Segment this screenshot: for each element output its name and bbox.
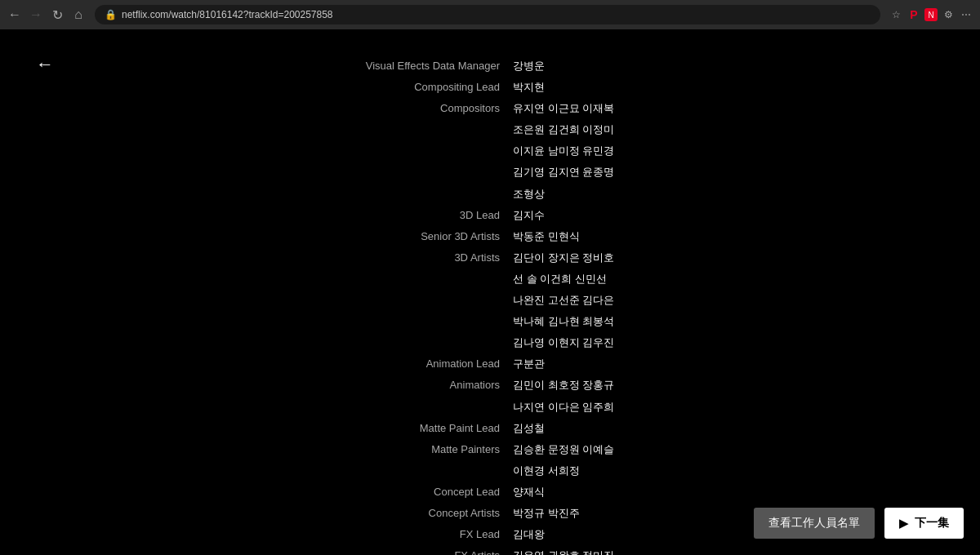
table-row: Compositors유지연 이근묘 이재복 xyxy=(366,100,615,118)
table-row: 3D Lead김지수 xyxy=(366,206,615,224)
credit-role: FX Lead xyxy=(366,526,513,544)
ext-icon-2[interactable]: ⚙ xyxy=(941,7,956,22)
credit-role: Senior 3D Artists xyxy=(366,228,513,246)
credit-names: 김성철 xyxy=(513,420,614,437)
credit-role xyxy=(366,291,513,309)
credit-names: 강병운 xyxy=(513,57,614,75)
table-row: 나완진 고선준 김다은 xyxy=(366,291,615,309)
credit-names: 박지현 xyxy=(513,78,614,96)
table-row: 김나영 이현지 김우진 xyxy=(366,334,615,352)
credit-role xyxy=(366,270,513,288)
table-row: 조은원 김건희 이정미 xyxy=(366,121,615,139)
credit-names: 김기영 김지연 윤종명 xyxy=(513,163,614,181)
lock-icon: 🔒 xyxy=(105,9,117,20)
credit-role: Matte Paint Lead xyxy=(366,420,513,437)
credit-role xyxy=(366,398,513,416)
table-row: Animatiors김민이 최호정 장홍규 xyxy=(366,376,615,394)
credits-table: Visual Effects Data Manager강병운Compositin… xyxy=(366,54,615,555)
credit-role: Compositors xyxy=(366,100,513,118)
table-row: 이지윤 남미정 유민경 xyxy=(366,142,615,160)
table-row: Concept Artists박정규 박진주 xyxy=(366,504,615,522)
credit-role: Visual Effects Data Manager xyxy=(366,57,513,75)
credit-names: 나완진 고선준 김다은 xyxy=(513,291,614,309)
credit-role: Animatiors xyxy=(366,376,513,394)
browser-chrome: ← → ↻ ⌂ 🔒 netflix.com/watch/81016142?tra… xyxy=(0,0,980,29)
credit-names: 조은원 김건희 이정미 xyxy=(513,121,614,139)
address-bar[interactable]: 🔒 netflix.com/watch/81016142?trackId=200… xyxy=(95,5,880,24)
credit-names: 김단이 장지은 정비호 xyxy=(513,249,614,267)
table-row: FX Lead김대왕 xyxy=(366,526,615,544)
credit-names: 나지연 이다은 임주희 xyxy=(513,398,614,416)
credit-names: 김나영 이현지 김우진 xyxy=(513,334,614,352)
credit-role xyxy=(366,185,513,203)
play-icon: ▶ xyxy=(899,517,908,530)
credit-role xyxy=(366,142,513,160)
credit-role: 3D Artists xyxy=(366,249,513,267)
table-row: 나지연 이다은 임주희 xyxy=(366,398,615,416)
table-row: 김기영 김지연 윤종명 xyxy=(366,163,615,181)
credit-names: 선 솔 이건희 신민선 xyxy=(513,270,614,288)
credits-section: Visual Effects Data Manager강병운Compositin… xyxy=(0,29,980,555)
next-episode-label: 下一集 xyxy=(915,516,949,531)
credit-role: Matte Painters xyxy=(366,441,513,459)
credit-names: 박동준 민현식 xyxy=(513,228,614,246)
table-row: 이현경 서희정 xyxy=(366,462,615,480)
url-text: netflix.com/watch/81016142?trackId=20025… xyxy=(122,9,333,20)
table-row: 3D Artists김단이 장지은 정비호 xyxy=(366,249,615,267)
table-row: Senior 3D Artists박동준 민현식 xyxy=(366,228,615,246)
table-row: Concept Lead양재식 xyxy=(366,483,615,501)
credit-names: 김지수 xyxy=(513,206,614,224)
credit-role: FX Artists xyxy=(366,547,513,555)
credit-role xyxy=(366,334,513,352)
credit-names: 구분관 xyxy=(513,355,614,373)
credit-role: 3D Lead xyxy=(366,206,513,224)
credit-names: 박정규 박진주 xyxy=(513,504,614,522)
home-button[interactable]: ⌂ xyxy=(70,7,87,23)
credit-names: 유지연 이근묘 이재복 xyxy=(513,100,614,118)
main-content: ← Visual Effects Data Manager강병운Composit… xyxy=(0,29,980,555)
credit-role xyxy=(366,121,513,139)
table-row: 박나혜 김나현 최봉석 xyxy=(366,313,615,331)
toolbar-icons: ☆ P N ⚙ ⋯ xyxy=(889,7,973,22)
table-row: Matte Paint Lead김성철 xyxy=(366,420,615,437)
credit-role xyxy=(366,313,513,331)
credit-names: 양재식 xyxy=(513,483,614,501)
next-episode-button[interactable]: ▶ 下一集 xyxy=(884,508,964,539)
credit-role xyxy=(366,462,513,480)
table-row: 조형상 xyxy=(366,185,615,203)
ext-icon-3[interactable]: ⋯ xyxy=(959,7,973,22)
star-icon[interactable]: ☆ xyxy=(889,7,903,22)
reload-button[interactable]: ↻ xyxy=(49,7,65,23)
credit-names: 박나혜 김나현 최봉석 xyxy=(513,313,614,331)
credit-role xyxy=(366,163,513,181)
staff-list-button[interactable]: 查看工作人員名單 xyxy=(754,508,875,539)
table-row: Animation Lead구분관 xyxy=(366,355,615,373)
forward-nav-button[interactable]: → xyxy=(28,7,44,23)
table-row: Visual Effects Data Manager강병운 xyxy=(366,57,615,75)
credit-names: 이지윤 남미정 유민경 xyxy=(513,142,614,160)
credit-role: Compositing Lead xyxy=(366,78,513,96)
credit-names: 김민이 최호정 장홍규 xyxy=(513,376,614,394)
table-row: Compositing Lead박지현 xyxy=(366,78,615,96)
back-nav-button[interactable]: ← xyxy=(7,7,23,23)
credit-role: Concept Artists xyxy=(366,504,513,522)
credit-names: 김승환 문정원 이예슬 xyxy=(513,441,614,459)
pinterest-icon[interactable]: P xyxy=(906,7,921,22)
table-row: 선 솔 이건희 신민선 xyxy=(366,270,615,288)
table-row: FX Artists김은영 권완호 정미진 xyxy=(366,547,615,555)
credit-role: Animation Lead xyxy=(366,355,513,373)
credit-names: 김대왕 xyxy=(513,526,614,544)
table-row: Matte Painters김승환 문정원 이예슬 xyxy=(366,441,615,459)
credit-names: 조형상 xyxy=(513,185,614,203)
credit-names: 김은영 권완호 정미진 xyxy=(513,547,614,555)
bottom-actions: 查看工作人員名單 ▶ 下一集 xyxy=(754,508,964,539)
credit-names: 이현경 서희정 xyxy=(513,462,614,480)
back-button[interactable]: ← xyxy=(36,54,54,75)
ext-icon-1[interactable]: N xyxy=(924,8,938,21)
credit-role: Concept Lead xyxy=(366,483,513,501)
